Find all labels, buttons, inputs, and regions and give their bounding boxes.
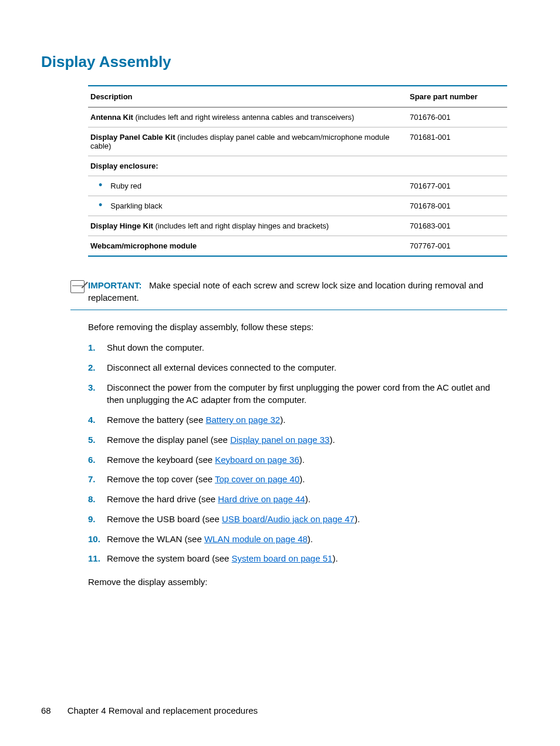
bullet-icon: • <box>99 201 102 209</box>
cross-reference-link[interactable]: System board on page 51 <box>232 553 333 563</box>
parts-table: Description Spare part number Antenna Ki… <box>88 85 507 257</box>
desc-cell: Display Panel Cable Kit (includes displa… <box>88 127 407 156</box>
step-number: 1. <box>88 341 107 354</box>
cross-reference-link[interactable]: Keyboard on page 36 <box>215 455 299 465</box>
list-item: 2.Disconnect all external devices connec… <box>88 361 501 374</box>
step-number: 7. <box>88 473 107 486</box>
important-text: Make special note of each screw and scre… <box>88 280 483 303</box>
desc-cell: Display enclosure: <box>88 156 407 176</box>
steps-list: 1.Shut down the computer.2.Disconnect al… <box>88 341 501 565</box>
step-text: Shut down the computer. <box>107 341 501 354</box>
desc-cell: Webcam/microphone module <box>88 236 407 257</box>
col-description: Description <box>88 86 407 107</box>
table-row: Display Panel Cable Kit (includes displa… <box>88 127 507 156</box>
table-row: •Sparkling black701678-001 <box>88 196 507 216</box>
spn-cell <box>407 156 507 176</box>
step-number: 3. <box>88 381 107 407</box>
step-number: 6. <box>88 453 107 466</box>
step-number: 8. <box>88 493 107 506</box>
cross-reference-link[interactable]: Display panel on page 33 <box>230 435 329 445</box>
step-number: 10. <box>88 533 107 546</box>
list-item: 6.Remove the keyboard (see Keyboard on p… <box>88 453 501 466</box>
page-footer: 68 Chapter 4 Removal and replacement pro… <box>41 705 258 715</box>
list-item: 9.Remove the USB board (see USB board/Au… <box>88 513 501 526</box>
spn-cell: 701683-001 <box>407 216 507 236</box>
step-text: Disconnect all external devices connecte… <box>107 361 501 374</box>
step-number: 9. <box>88 513 107 526</box>
outro-text: Remove the display assembly: <box>88 576 501 588</box>
bullet-icon: • <box>99 182 102 189</box>
step-text: Remove the system board (see System boar… <box>107 552 501 565</box>
list-item: 5.Remove the display panel (see Display … <box>88 434 501 446</box>
table-row: Webcam/microphone module707767-001 <box>88 236 507 257</box>
desc-cell: Display Hinge Kit (includes left and rig… <box>88 216 407 236</box>
table-row: Display Hinge Kit (includes left and rig… <box>88 216 507 236</box>
note-icon <box>70 280 85 293</box>
spn-cell: 701677-001 <box>407 176 507 196</box>
list-item: 11.Remove the system board (see System b… <box>88 552 501 565</box>
page-number: 68 <box>41 705 51 715</box>
important-note: IMPORTANT: Make special note of each scr… <box>70 279 507 310</box>
intro-text: Before removing the display assembly, fo… <box>88 321 501 333</box>
cross-reference-link[interactable]: USB board/Audio jack on page 47 <box>222 514 355 524</box>
step-text: Remove the hard drive (see Hard drive on… <box>107 493 501 506</box>
desc-cell: •Ruby red <box>88 176 407 196</box>
step-text: Remove the USB board (see USB board/Audi… <box>107 513 501 526</box>
desc-cell: Antenna Kit (includes left and right wir… <box>88 107 407 127</box>
step-text: Remove the WLAN (see WLAN module on page… <box>107 533 501 546</box>
list-item: 7.Remove the top cover (see Top cover on… <box>88 473 501 486</box>
step-text: Remove the keyboard (see Keyboard on pag… <box>107 453 501 466</box>
step-text: Remove the top cover (see Top cover on p… <box>107 473 501 486</box>
section-heading: Display Assembly <box>41 53 519 71</box>
important-label: IMPORTANT: <box>88 280 141 290</box>
table-row: Antenna Kit (includes left and right wir… <box>88 107 507 127</box>
table-row: Display enclosure: <box>88 156 507 176</box>
cross-reference-link[interactable]: Hard drive on page 44 <box>218 494 305 504</box>
table-row: •Ruby red701677-001 <box>88 176 507 196</box>
step-text: Disconnect the power from the computer b… <box>107 381 501 407</box>
step-text: Remove the battery (see Battery on page … <box>107 414 501 426</box>
cross-reference-link[interactable]: Top cover on page 40 <box>215 474 299 484</box>
step-number: 4. <box>88 414 107 426</box>
step-number: 5. <box>88 434 107 446</box>
chapter-label: Chapter 4 Removal and replacement proced… <box>68 705 258 715</box>
cross-reference-link[interactable]: Battery on page 32 <box>205 415 280 425</box>
spn-cell: 701678-001 <box>407 196 507 216</box>
spn-cell: 707767-001 <box>407 236 507 257</box>
list-item: 1.Shut down the computer. <box>88 341 501 354</box>
step-number: 11. <box>88 552 107 565</box>
spn-cell: 701676-001 <box>407 107 507 127</box>
desc-cell: •Sparkling black <box>88 196 407 216</box>
step-text: Remove the display panel (see Display pa… <box>107 434 501 446</box>
spn-cell: 701681-001 <box>407 127 507 156</box>
list-item: 3.Disconnect the power from the computer… <box>88 381 501 407</box>
cross-reference-link[interactable]: WLAN module on page 48 <box>204 534 308 544</box>
step-number: 2. <box>88 361 107 374</box>
list-item: 8.Remove the hard drive (see Hard drive … <box>88 493 501 506</box>
list-item: 4.Remove the battery (see Battery on pag… <box>88 414 501 426</box>
col-spare-part: Spare part number <box>407 86 507 107</box>
list-item: 10.Remove the WLAN (see WLAN module on p… <box>88 533 501 546</box>
